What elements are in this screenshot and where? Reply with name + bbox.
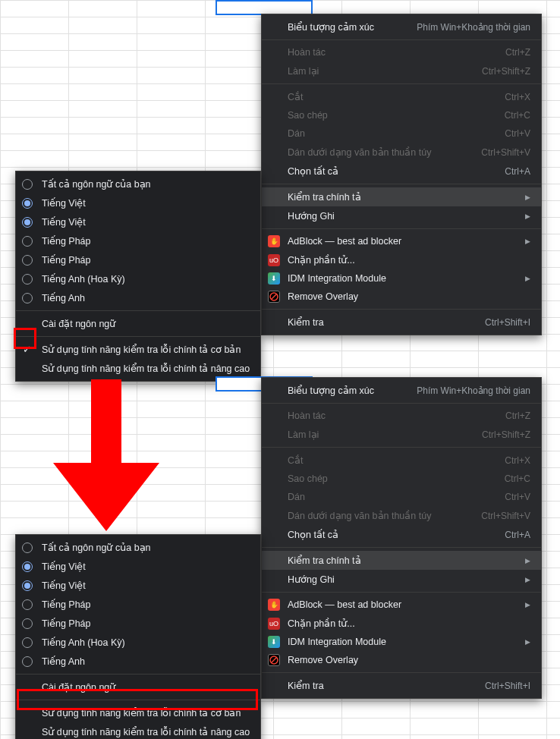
menu-item-writing-direction[interactable]: Hướng Ghi ▶: [262, 570, 541, 589]
lang-item-all[interactable]: Tất cả ngôn ngữ của bạn: [16, 538, 260, 557]
lang-item-fr-2[interactable]: Tiếng Pháp: [16, 614, 260, 633]
idm-icon: ⬇: [268, 636, 280, 648]
menu-item-copy[interactable]: Sao chép Ctrl+C: [262, 106, 541, 124]
cell-cursor-top[interactable]: [216, 0, 313, 15]
label: Dán dưới dạng văn bản thuần túy: [288, 510, 466, 521]
radio-icon: [22, 255, 33, 266]
lang-item-all[interactable]: Tất cả ngôn ngữ của bạn: [16, 175, 260, 193]
label: Sao chép: [288, 473, 489, 484]
menu-item-undo[interactable]: Hoàn tác Ctrl+Z: [262, 407, 541, 425]
label: Cắt: [288, 91, 489, 102]
menu-item-emoji[interactable]: Biểu tượng cảm xúc Phím Win+Khoảng thời …: [262, 17, 541, 36]
label: Tiếng Việt: [42, 561, 86, 572]
label: IDM Integration Module: [288, 273, 519, 284]
label: Làm lại: [288, 429, 467, 440]
label: Biểu tượng cảm xúc: [288, 21, 401, 33]
check-icon: ✓: [23, 344, 31, 355]
spellcheck-submenu-top: Tất cả ngôn ngữ của bạn Tiếng Việt Tiếng…: [15, 171, 261, 382]
chevron-right-icon: ▶: [525, 193, 530, 201]
label: Cài đặt ngôn ngữ: [42, 318, 115, 329]
shortcut: Ctrl+Z: [505, 47, 530, 58]
ublock-icon: uO: [268, 618, 280, 630]
label: Sử dụng tính năng kiểm tra lỗi chính tả …: [42, 344, 241, 355]
adblock-icon: ✋: [268, 235, 280, 247]
radio-icon: [22, 561, 33, 572]
shortcut: Ctrl+A: [505, 166, 530, 177]
menu-item-paste-plain[interactable]: Dán dưới dạng văn bản thuần túy Ctrl+Shi…: [262, 506, 541, 525]
lang-item-vi-2[interactable]: Tiếng Việt: [16, 212, 260, 231]
basic-spellcheck-item[interactable]: Sử dụng tính năng kiểm tra lỗi chính tả …: [16, 703, 260, 722]
menu-item-idm[interactable]: ⬇ IDM Integration Module ▶: [262, 269, 541, 288]
menu-item-redo[interactable]: Làm lại Ctrl+Shift+Z: [262, 425, 541, 444]
menu-item-paste[interactable]: Dán Ctrl+V: [262, 124, 541, 143]
menu-item-cut[interactable]: Cắt Ctrl+X: [262, 451, 541, 470]
menu-item-inspect[interactable]: Kiểm tra Ctrl+Shift+I: [262, 676, 541, 695]
radio-icon: [22, 274, 33, 285]
menu-item-remove-overlay[interactable]: Remove Overlay: [262, 651, 541, 669]
menu-item-adblock[interactable]: ✋ AdBlock — best ad blocker ▶: [262, 596, 541, 614]
lang-item-vi-1[interactable]: Tiếng Việt: [16, 557, 260, 576]
label: Tiếng Việt: [42, 216, 86, 228]
lang-item-fr-1[interactable]: Tiếng Pháp: [16, 231, 260, 250]
shortcut: Ctrl+V: [505, 492, 530, 502]
shortcut: Ctrl+V: [505, 128, 530, 139]
label: Tiếng Việt: [42, 197, 86, 209]
divider: [262, 547, 541, 548]
divider: [262, 83, 541, 84]
chevron-right-icon: ▶: [525, 275, 530, 282]
lang-item-en-us[interactable]: Tiếng Anh (Hoa Kỳ): [16, 633, 260, 652]
chevron-right-icon: ▶: [525, 601, 530, 608]
menu-item-select-all[interactable]: Chọn tất cả Ctrl+A: [262, 162, 541, 181]
divider: [262, 592, 541, 593]
menu-item-cut[interactable]: Cắt Ctrl+X: [262, 87, 541, 106]
label: Biểu tượng cảm xúc: [288, 385, 401, 396]
menu-item-idm[interactable]: ⬇ IDM Integration Module ▶: [262, 633, 541, 651]
menu-item-spellcheck[interactable]: Kiểm tra chính tả ▶: [262, 187, 541, 206]
label: Tiếng Anh (Hoa Kỳ): [42, 273, 125, 285]
shortcut: Ctrl+Shift+Z: [482, 66, 530, 77]
menu-item-copy[interactable]: Sao chép Ctrl+C: [262, 470, 541, 488]
lang-item-vi-1[interactable]: Tiếng Việt: [16, 193, 260, 212]
advanced-spellcheck-item[interactable]: Sử dụng tính năng kiểm tra lỗi chính tả …: [16, 722, 260, 739]
radio-icon: [22, 217, 33, 228]
shortcut: Ctrl+C: [505, 110, 530, 121]
svg-line-1: [272, 294, 277, 300]
menu-item-writing-direction[interactable]: Hướng Ghi ▶: [262, 206, 541, 225]
menu-item-ublock[interactable]: uO Chặn phần tử...: [262, 250, 541, 269]
menu-item-inspect[interactable]: Kiểm tra Ctrl+Shift+I: [262, 313, 541, 332]
menu-item-redo[interactable]: Làm lại Ctrl+Shift+Z: [262, 61, 541, 80]
idm-icon: ⬇: [268, 272, 280, 285]
basic-spellcheck-item[interactable]: ✓ Sử dụng tính năng kiểm tra lỗi chính t…: [16, 340, 260, 359]
label: Tiếng Anh: [42, 292, 85, 303]
menu-item-spellcheck[interactable]: Kiểm tra chính tả ▶: [262, 551, 541, 570]
label: Cài đặt ngôn ngữ: [42, 681, 115, 693]
lang-item-en[interactable]: Tiếng Anh: [16, 652, 260, 671]
menu-item-paste-plain[interactable]: Dán dưới dạng văn bản thuần túy Ctrl+Shi…: [262, 143, 541, 162]
menu-item-undo[interactable]: Hoàn tác Ctrl+Z: [262, 43, 541, 61]
menu-item-paste[interactable]: Dán Ctrl+V: [262, 488, 541, 506]
menu-item-emoji[interactable]: Biểu tượng cảm xúc Phím Win+Khoảng thời …: [262, 381, 541, 400]
advanced-spellcheck-item[interactable]: Sử dụng tính năng kiểm tra lỗi chính tả …: [16, 359, 260, 378]
label: Sao chép: [288, 110, 489, 121]
divider: [262, 309, 541, 310]
menu-item-adblock[interactable]: ✋ AdBlock — best ad blocker ▶: [262, 232, 541, 250]
menu-item-ublock[interactable]: uO Chặn phần tử...: [262, 614, 541, 633]
shortcut: Ctrl+A: [505, 530, 530, 540]
label: Hoàn tác: [288, 410, 490, 421]
lang-item-en-us[interactable]: Tiếng Anh (Hoa Kỳ): [16, 269, 260, 288]
lang-settings-item[interactable]: Cài đặt ngôn ngữ: [16, 678, 260, 697]
lang-item-vi-2[interactable]: Tiếng Việt: [16, 576, 260, 595]
divider: [16, 674, 260, 675]
menu-item-select-all[interactable]: Chọn tất cả Ctrl+A: [262, 525, 541, 544]
radio-icon: [22, 580, 33, 591]
lang-settings-item[interactable]: Cài đặt ngôn ngữ: [16, 314, 260, 333]
menu-item-remove-overlay[interactable]: Remove Overlay: [262, 288, 541, 306]
shortcut: Ctrl+Shift+I: [485, 681, 530, 691]
lang-item-en[interactable]: Tiếng Anh: [16, 288, 260, 307]
label: Tiếng Việt: [42, 580, 86, 591]
context-menu-bottom: Biểu tượng cảm xúc Phím Win+Khoảng thời …: [261, 377, 542, 699]
label: Dán: [288, 492, 489, 502]
lang-item-fr-1[interactable]: Tiếng Pháp: [16, 595, 260, 614]
divider: [262, 672, 541, 673]
lang-item-fr-2[interactable]: Tiếng Pháp: [16, 250, 260, 269]
